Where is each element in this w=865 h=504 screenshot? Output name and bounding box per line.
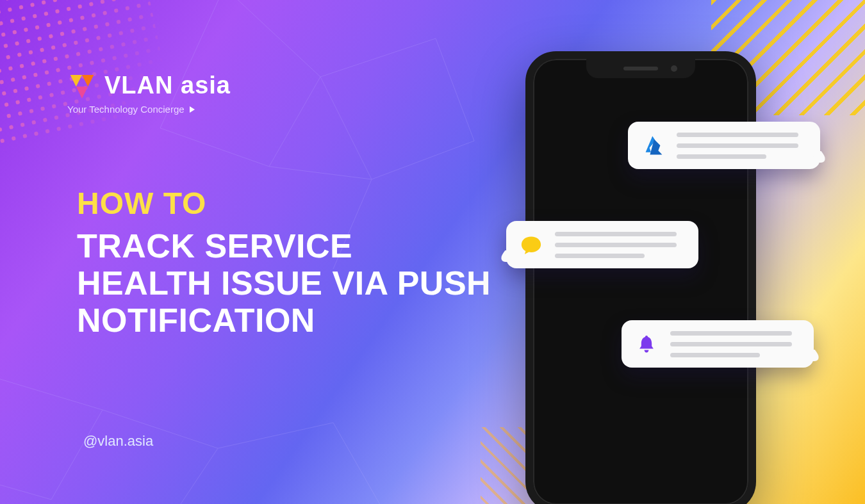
brand-name: VLAN asia (104, 74, 231, 96)
notification-bubble-azure (628, 122, 820, 169)
phone-notch (586, 59, 695, 78)
notification-text-placeholder (677, 133, 809, 159)
chat-icon (518, 231, 545, 258)
notification-text-placeholder (555, 232, 687, 258)
svg-marker-1 (82, 75, 94, 86)
svg-marker-0 (70, 75, 82, 86)
notification-text-placeholder (670, 331, 802, 357)
brand-logo: VLAN asia Your Technology Concierge (67, 70, 231, 115)
headline-kicker: HOW TO (77, 186, 493, 221)
bell-icon (633, 330, 660, 357)
social-handle: @vlan.asia (83, 433, 153, 450)
vlan-logo-mark (67, 70, 97, 100)
azure-icon (639, 132, 666, 159)
headline-block: HOW TO TRACK SERVICE HEALTH ISSUE VIA PU… (77, 186, 493, 339)
phone-speaker (623, 67, 658, 70)
headline-main: TRACK SERVICE HEALTH ISSUE VIA PUSH NOTI… (77, 227, 493, 339)
phone-mockup (525, 51, 756, 504)
caret-right-icon (190, 106, 195, 113)
brand-tagline-row: Your Technology Concierge (67, 104, 195, 115)
brand-tagline: Your Technology Concierge (67, 104, 185, 115)
notification-bubble-chat (506, 221, 698, 268)
notification-bubble-bell (622, 320, 814, 368)
phone-camera (671, 65, 677, 72)
svg-marker-2 (76, 86, 88, 98)
